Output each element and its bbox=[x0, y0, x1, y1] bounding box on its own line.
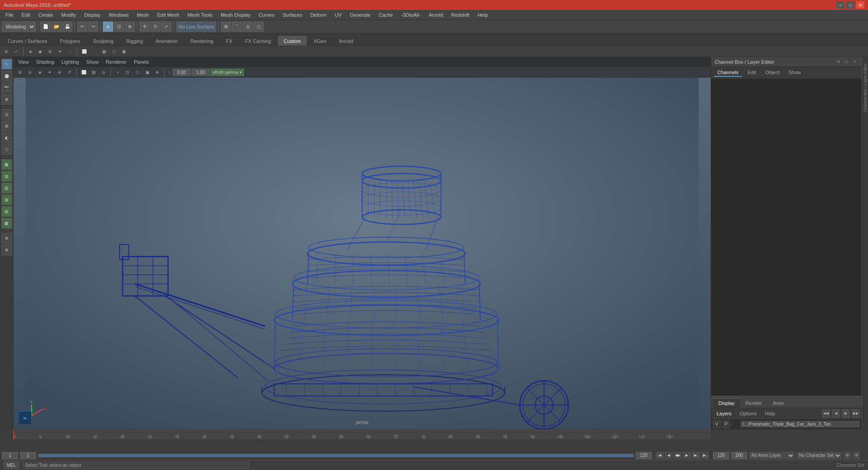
sub-btn-10[interactable]: ▦ bbox=[99, 47, 108, 56]
layer-name[interactable]: /...:Pneumatic_Triple_Bag_Car_Jack_3_Ton bbox=[741, 421, 860, 428]
vp-tb-5[interactable]: ⊕ bbox=[55, 68, 64, 76]
tab-arnold[interactable]: Arnold bbox=[333, 36, 359, 46]
step-forward-button[interactable]: ▶| bbox=[692, 452, 700, 459]
mel-label[interactable]: MEL bbox=[4, 461, 19, 469]
mode-select[interactable]: Modeling bbox=[2, 22, 36, 32]
lasso-tool-button[interactable]: ⊡ bbox=[114, 22, 124, 32]
snap-toggle[interactable]: ✓ bbox=[12, 47, 21, 56]
tab-rendering[interactable]: Rendering bbox=[184, 36, 219, 46]
right-frame-input[interactable] bbox=[713, 452, 729, 459]
vp-menu-shading[interactable]: Shading bbox=[33, 58, 57, 66]
vp-tb-8[interactable]: ▨ bbox=[89, 68, 98, 76]
snap-grid-button[interactable]: ⊞ bbox=[221, 22, 231, 32]
tab-polygons[interactable]: Polygons bbox=[54, 36, 86, 46]
menu-mesh[interactable]: Mesh bbox=[133, 10, 153, 19]
vp-menu-renderer[interactable]: Renderer bbox=[103, 58, 129, 66]
close-button[interactable]: ✕ bbox=[856, 1, 864, 9]
vp-tb-13[interactable]: ▣ bbox=[143, 68, 152, 76]
layer-help-tab[interactable]: Help bbox=[761, 410, 779, 417]
goto-end-button[interactable]: ▶| bbox=[701, 452, 709, 459]
sub-btn-7[interactable]: ◦ bbox=[66, 47, 75, 56]
snap-surface-button[interactable]: ◻ bbox=[254, 22, 264, 32]
menu-create[interactable]: Create bbox=[35, 10, 57, 19]
vp-menu-show[interactable]: Show bbox=[84, 58, 102, 66]
open-file-button[interactable]: 📂 bbox=[52, 22, 61, 32]
sub-btn-12[interactable]: ▣ bbox=[119, 47, 128, 56]
tab-curves-surfaces[interactable]: Curves / Surfaces bbox=[2, 36, 53, 46]
range-slider[interactable] bbox=[38, 454, 634, 457]
sub-btn-11[interactable]: ⬡ bbox=[109, 47, 118, 56]
tab-rigging[interactable]: Rigging bbox=[120, 36, 149, 46]
pivot-button[interactable]: ◎ bbox=[1, 109, 12, 120]
no-anim-layer-select[interactable]: No Anim Layer bbox=[749, 452, 795, 459]
menu-3dto-all[interactable]: -3DtoAll- bbox=[397, 10, 424, 19]
layer-play-button[interactable]: ▶ bbox=[842, 409, 850, 418]
layers-tab[interactable]: Layers bbox=[713, 410, 735, 417]
timeline-ruler[interactable]: 1 5 10 15 20 25 30 35 40 45 50 55 60 65 … bbox=[14, 430, 711, 440]
menu-help[interactable]: Help bbox=[474, 10, 491, 19]
ch-tab-object[interactable]: Object bbox=[761, 69, 783, 77]
mel-input[interactable] bbox=[23, 462, 249, 469]
right-frame-input2[interactable] bbox=[731, 452, 747, 459]
layer-p-cell[interactable]: P bbox=[722, 420, 730, 428]
sub-btn-5[interactable]: ⊕ bbox=[46, 47, 55, 56]
end-frame-input[interactable] bbox=[636, 452, 652, 459]
bot-tab-display[interactable]: Display bbox=[713, 398, 740, 408]
ch-tab-edit[interactable]: Edit bbox=[744, 69, 760, 77]
options-tab[interactable]: Options bbox=[736, 410, 760, 417]
minimize-button[interactable]: ─ bbox=[836, 1, 844, 9]
layer-v-cell[interactable]: V bbox=[713, 420, 721, 428]
scale-tool-button[interactable]: ⤢ bbox=[161, 22, 171, 32]
display-btn1[interactable]: ▦ bbox=[1, 159, 12, 170]
display-btn3[interactable]: ▥ bbox=[1, 183, 12, 193]
gamma-value2[interactable] bbox=[192, 69, 210, 76]
vp-menu-view[interactable]: View bbox=[15, 58, 32, 66]
menu-surfaces[interactable]: Surfaces bbox=[279, 10, 306, 19]
vp-tb-12[interactable]: ⬡ bbox=[133, 68, 142, 76]
gamma-value1[interactable] bbox=[173, 69, 191, 76]
redo-button[interactable]: ↪ bbox=[88, 22, 98, 32]
ch-tab-channels[interactable]: Channels bbox=[714, 69, 742, 77]
layer-back-button[interactable]: ◀ bbox=[832, 409, 840, 418]
misc-btn2[interactable]: ⊗ bbox=[1, 244, 12, 255]
vp-tb-3[interactable]: ◈ bbox=[35, 68, 44, 76]
layer-prev-button[interactable]: ◀◀ bbox=[822, 409, 830, 418]
menu-generate[interactable]: Generate bbox=[346, 10, 374, 19]
display-btn4[interactable]: ▧ bbox=[1, 194, 12, 205]
tab-sculpting[interactable]: Sculpting bbox=[87, 36, 119, 46]
viewport[interactable]: View Shading Lighting Show Renderer Pane… bbox=[14, 57, 711, 429]
menu-mesh-tools[interactable]: Mesh Tools bbox=[184, 10, 216, 19]
menu-arnold[interactable]: Arnold bbox=[425, 10, 447, 19]
char-settings-button[interactable]: ⚙ bbox=[844, 452, 851, 459]
vp-tb-6[interactable]: ↺ bbox=[65, 68, 74, 76]
menu-deform[interactable]: Deform bbox=[307, 10, 330, 19]
vp-tb-2[interactable]: ◎ bbox=[25, 68, 34, 76]
vp-tb-14[interactable]: ⊕ bbox=[153, 68, 162, 76]
menu-file[interactable]: File bbox=[2, 10, 17, 19]
menu-mesh-display[interactable]: Mesh Display bbox=[217, 10, 254, 19]
step-back-button[interactable]: ◀ bbox=[665, 452, 673, 459]
menu-edit-mesh[interactable]: Edit Mesh bbox=[154, 10, 183, 19]
current-frame-input[interactable] bbox=[2, 452, 18, 459]
layer-next-button[interactable]: ▶▶ bbox=[852, 409, 860, 418]
menu-windows[interactable]: Windows bbox=[105, 10, 132, 19]
symmetry-button[interactable]: ⬡ bbox=[1, 144, 12, 155]
bot-tab-anim[interactable]: Anim bbox=[767, 398, 789, 408]
new-file-button[interactable]: 📄 bbox=[41, 22, 51, 32]
start-frame-input[interactable] bbox=[20, 452, 36, 459]
move-tool-button[interactable]: ✛ bbox=[140, 22, 150, 32]
save-file-button[interactable]: 💾 bbox=[62, 22, 72, 32]
camera-tool-button[interactable]: 📷 bbox=[1, 82, 12, 93]
display-btn2[interactable]: ▤ bbox=[1, 171, 12, 182]
menu-uv[interactable]: UV bbox=[331, 10, 345, 19]
display-btn5[interactable]: ▨ bbox=[1, 206, 12, 217]
sub-btn-9[interactable]: ⬛ bbox=[90, 47, 99, 56]
tab-fx-caching[interactable]: FX Caching bbox=[239, 36, 277, 46]
paint-tool-button[interactable]: ⬤ bbox=[1, 70, 12, 81]
tab-animation[interactable]: Animation bbox=[150, 36, 184, 46]
menu-modify[interactable]: Modify bbox=[58, 10, 80, 19]
rotate-tool-button[interactable]: ↻ bbox=[151, 22, 160, 32]
bot-tab-render[interactable]: Render bbox=[740, 398, 767, 408]
vp-menu-lighting[interactable]: Lighting bbox=[59, 58, 82, 66]
menu-display[interactable]: Display bbox=[80, 10, 104, 19]
